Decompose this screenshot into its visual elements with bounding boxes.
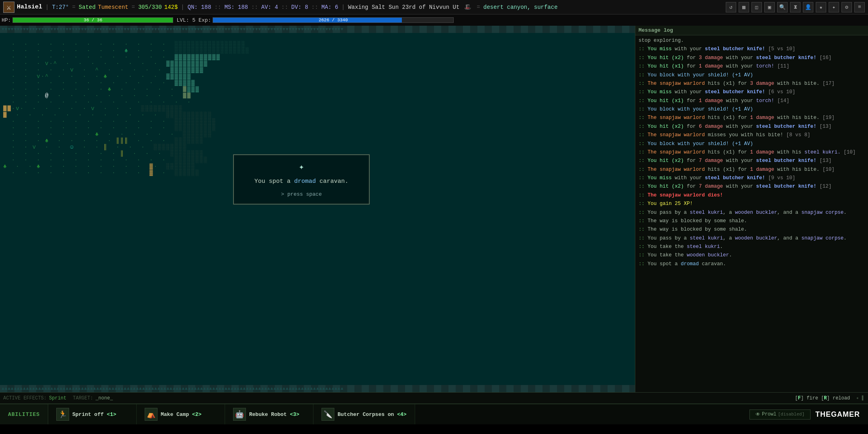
- hp-bar: HP: 36 / 36: [2, 17, 173, 23]
- map-icon[interactable]: ▦: [739, 2, 749, 12]
- ability-butchercorpses-button[interactable]: 🔪 Butcher Corpses on <4>: [313, 404, 415, 424]
- abilities-icon[interactable]: ✦: [829, 2, 839, 12]
- temperature: T:27°: [52, 4, 69, 10]
- main-layout: ▼▼▼▼▼▼▼▼▼▼▼▼▼▼▼▼▼▼▼▼▼▼▼▼▼▼▼▼▼▼▼▼▼▼▼▼▼▼▼▼…: [0, 26, 868, 392]
- border-top: ▼▼▼▼▼▼▼▼▼▼▼▼▼▼▼▼▼▼▼▼▼▼▼▼▼▼▼▼▼▼▼▼▼▼▼▼▼▼▼▼…: [0, 26, 635, 33]
- character-icon[interactable]: 👤: [803, 2, 813, 12]
- log-entry: :: You take the wooden buckler.: [639, 252, 865, 259]
- message-log-header: Message log: [635, 26, 868, 35]
- log-entry: :: The snapjaw warlord misses you with h…: [639, 131, 865, 139]
- player-name: Halsiel: [17, 4, 42, 10]
- log-entry: :: You miss with your steel butcher knif…: [639, 174, 865, 182]
- makecamp-ability-name: Make Camp <2>: [161, 411, 201, 418]
- log-entry: :: You hit (x1) for 1 damage with your t…: [639, 97, 865, 105]
- prowl-icon: 👁: [755, 411, 760, 418]
- prowl-status: [disabled]: [778, 412, 805, 417]
- menu-icon[interactable]: ≡: [854, 2, 865, 12]
- hp-text: 36 / 36: [13, 18, 173, 23]
- log-entry: :: The snapjaw warlord hits (x1) for 1 d…: [639, 114, 865, 122]
- ability-sprint-button[interactable]: 🏃 Sprint off <1>: [48, 404, 137, 424]
- action-status-bar: ACTIVE EFFECTS: Sprint TARGET: _none_ [F…: [0, 392, 868, 403]
- log-entry: :: The snapjaw warlord hits (x1) for 1 d…: [639, 149, 865, 156]
- border-bottom: ▲▲▲▲▲▲▲▲▲▲▲▲▲▲▲▲▲▲▲▲▲▲▲▲▲▲▲▲▲▲▲▲▲▲▲▲▲▲▲▲…: [0, 385, 635, 392]
- status-tumescent: Tumescent: [98, 4, 129, 10]
- player-avatar: ⚔: [3, 2, 14, 13]
- sprint-icon: 🏃: [56, 408, 69, 421]
- log-entry: :: You hit (x2) for 6 damage with your s…: [639, 123, 865, 131]
- ability-makecamp-button[interactable]: ⛺ Make Camp <2>: [137, 404, 225, 424]
- stat-bars-row: HP: 36 / 36 LVL: 5 Exp: 2626 / 3340: [0, 14, 868, 26]
- active-effects-section: ACTIVE EFFECTS: Sprint: [3, 395, 66, 401]
- log-entry: :: You block with your shield! (+1 AV): [639, 106, 865, 113]
- popup-text: You spot a dromad caravan.: [254, 177, 348, 186]
- abilities-bar: ABILITIES 🏃 Sprint off <1> ⛺ Make Camp <…: [0, 403, 868, 424]
- minimap-icon[interactable]: ◫: [751, 2, 762, 12]
- dv-stat: DV: 8: [291, 4, 308, 10]
- game-date: Waxing Salt Sun 23rd of Nivvun Ut: [348, 4, 459, 10]
- exp-bar: LVL: 5 Exp: 2626 / 3340: [176, 17, 454, 23]
- status-sated: Sated: [79, 4, 96, 10]
- log-entry: :: The way is blocked by some shale.: [639, 217, 865, 225]
- hp-track: 36 / 36: [12, 17, 173, 23]
- log-entry: :: The snapjaw warlord hits (x1) for 1 d…: [639, 166, 865, 174]
- abilities-label: ABILITIES: [0, 404, 48, 424]
- exp-text: 2626 / 3340: [213, 18, 453, 23]
- location: desert canyon, surface: [483, 4, 558, 10]
- exp-track: 2626 / 3340: [213, 17, 454, 23]
- tile-background: [0, 26, 635, 392]
- prowl-button[interactable]: 👁 Prowl [disabled]: [749, 409, 811, 420]
- butchercorpses-ability-name: Butcher Corpses on <4>: [338, 411, 407, 418]
- butchercorpses-icon: 🔪: [321, 408, 334, 421]
- sprint-ability-name: Sprint off <1>: [72, 411, 116, 418]
- log-entry: :: The way is blocked by some shale.: [639, 226, 865, 233]
- popup-icon: ✦: [299, 162, 304, 172]
- active-effects-label: ACTIVE EFFECTS:: [3, 395, 47, 401]
- message-log-content[interactable]: stop exploring. :: You miss with your st…: [635, 35, 868, 392]
- log-entry: :: You pass by a steel kukri, a wooden b…: [639, 235, 865, 242]
- active-effects-value: Sprint: [49, 395, 66, 401]
- popup-hint[interactable]: > press space: [281, 191, 321, 197]
- target-value: _none_: [96, 395, 113, 401]
- prowl-label: Prowl: [762, 411, 776, 417]
- exp-label: LVL: 5 Exp:: [176, 17, 211, 23]
- hp-display: 305/330: [138, 4, 162, 10]
- settings-icon[interactable]: ⚙: [841, 2, 852, 12]
- rebukerobot-ability-name: Rebuke Robot <3>: [249, 411, 299, 418]
- ability-rebukerobot-button[interactable]: 🤖 Rebuke Robot <3>: [225, 404, 313, 424]
- fire-reload-bar: [F] fire [R] reload ✦ ▌: [795, 395, 865, 401]
- refresh-icon[interactable]: ↺: [726, 2, 736, 12]
- log-entry: :: The snapjaw warlord dies!: [639, 192, 865, 199]
- ma-stat: MA: 6: [321, 4, 338, 10]
- log-entry: :: You gain 25 XP!: [639, 200, 865, 208]
- message-log-panel: Message log stop exploring. :: You miss …: [635, 26, 868, 392]
- top-status-bar: ⚔ Halsiel | T:27° = Sated Tumescent = 30…: [0, 0, 868, 14]
- log-entry: :: You pass by a steel kukri, a wooden b…: [639, 209, 865, 217]
- av-stat: AV: 4: [261, 4, 278, 10]
- log-entry: :: The snapjaw warlord hits (x1) for 3 d…: [639, 80, 865, 88]
- search-icon[interactable]: 🔍: [777, 2, 788, 12]
- log-entry: :: You hit (x2) for 3 damage with your s…: [639, 54, 865, 62]
- target-section: TARGET: _none_: [73, 395, 113, 401]
- popup-dialog: ✦ You spot a dromad caravan. > press spa…: [233, 154, 370, 205]
- log-entry: :: You hit (x1) for 1 damage with your t…: [639, 63, 865, 70]
- hp-label: HP:: [2, 17, 11, 23]
- popup-highlight: dromad: [294, 178, 316, 185]
- ms-stat: MS: 188: [224, 4, 248, 10]
- inventory-icon[interactable]: ▣: [764, 2, 775, 12]
- log-entry: :: You miss with your steel butcher knif…: [639, 45, 865, 53]
- log-entry: stop exploring.: [639, 37, 865, 45]
- log-entry: :: You hit (x2) for 7 damage with your s…: [639, 183, 865, 190]
- right-buttons: 👁 Prowl [disabled] THEGAMER: [749, 404, 868, 424]
- qn-stat: QN: 188: [188, 4, 211, 10]
- log-entry: :: You block with your shield! (+1 AV): [639, 72, 865, 79]
- log-entry: :: You take the steel kukri.: [639, 243, 865, 251]
- game-viewport[interactable]: ▼▼▼▼▼▼▼▼▼▼▼▼▼▼▼▼▼▼▼▼▼▼▼▼▼▼▼▼▼▼▼▼▼▼▼▼▼▼▼▼…: [0, 26, 635, 392]
- log-entry: :: You miss with your steel butcher knif…: [639, 88, 865, 96]
- rebukerobot-icon: 🤖: [233, 408, 246, 421]
- money-display: 142$: [164, 4, 178, 10]
- log-entry: :: You hit (x2) for 7 damage with your s…: [639, 157, 865, 165]
- makecamp-icon: ⛺: [145, 408, 158, 421]
- log-entry: :: You block with your shield! (+1 AV): [639, 140, 865, 148]
- timer-icon[interactable]: ⧗: [790, 2, 800, 12]
- star-icon[interactable]: ★: [816, 2, 826, 12]
